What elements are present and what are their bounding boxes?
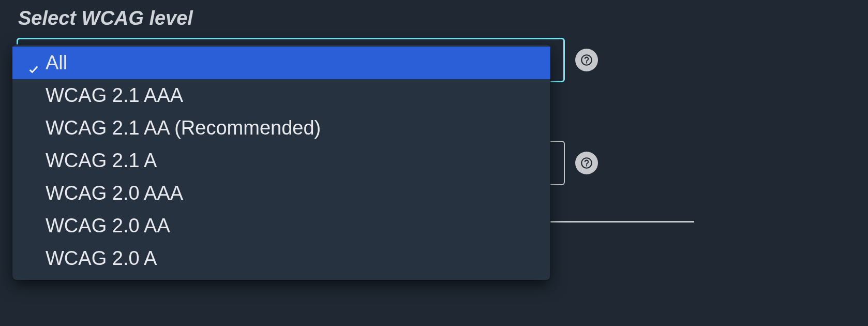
dropdown-option-label: WCAG 2.0 A [46, 247, 157, 270]
dropdown-option-label: WCAG 2.0 AA [46, 215, 170, 237]
checkmark-icon [28, 57, 39, 69]
dropdown-option-wcag20-aa[interactable]: WCAG 2.0 AA [12, 210, 550, 242]
dropdown-option-label: WCAG 2.1 A [46, 150, 157, 172]
dropdown-option-wcag21-aaa[interactable]: WCAG 2.1 AAA [12, 79, 550, 112]
help-icon[interactable] [575, 49, 598, 71]
dropdown-option-wcag21-aa[interactable]: WCAG 2.1 AA (Recommended) [12, 112, 550, 144]
dropdown-option-wcag21-a[interactable]: WCAG 2.1 A [12, 144, 550, 177]
dropdown-option-wcag20-aaa[interactable]: WCAG 2.0 AAA [12, 177, 550, 210]
dropdown-option-wcag20-a[interactable]: WCAG 2.0 A [12, 242, 550, 275]
wcag-level-dropdown: All WCAG 2.1 AAA WCAG 2.1 AA (Recommende… [12, 45, 550, 280]
help-icon[interactable] [575, 152, 598, 174]
wcag-level-label: Select WCAG level [18, 7, 193, 29]
dropdown-option-label: WCAG 2.1 AA (Recommended) [46, 117, 321, 139]
dropdown-option-all[interactable]: All [12, 47, 550, 79]
dropdown-option-label: WCAG 2.1 AAA [46, 84, 183, 107]
dropdown-option-label: All [46, 52, 67, 74]
dropdown-option-label: WCAG 2.0 AAA [46, 182, 183, 204]
